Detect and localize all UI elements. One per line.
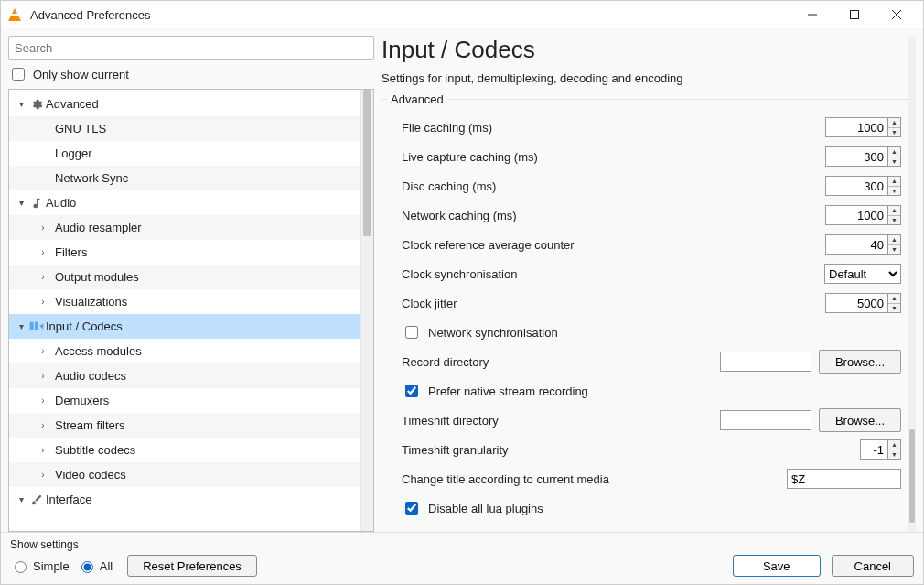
page-description: Settings for input, demultiplexing, deco… [381,71,908,85]
tree-item-output-modules[interactable]: ›Output modules [9,265,360,289]
svg-rect-1 [851,11,859,19]
footer: Show settings Simple All Reset Preferenc… [1,532,923,584]
simple-radio[interactable]: Simple [10,558,70,573]
live-caching-spinner[interactable]: ▲▼ [825,146,901,167]
network-sync-label: Network synchronisation [428,326,558,340]
tree-item-audio[interactable]: ▾ Audio [9,190,360,215]
chevron-down-icon[interactable]: ▾ [15,198,27,208]
only-show-current-checkbox[interactable]: Only show current [8,65,374,83]
timeshift-gran-label: Timeshift granularity [402,443,853,457]
clock-jitter-spinner[interactable]: ▲▼ [825,293,901,313]
disable-lua-checkbox[interactable] [405,502,418,515]
preferences-tree[interactable]: ▾ Advanced GNU TLS Logger Network Sync ▾… [9,90,360,531]
tree-item-visualizations[interactable]: ›Visualizations [9,289,360,314]
disc-caching-label: Disc caching (ms) [402,179,818,193]
minimize-button[interactable] [791,1,833,28]
tree-item-stream-filters[interactable]: ›Stream filters [9,413,360,438]
chevron-right-icon[interactable]: › [37,371,49,381]
title-bar: Advanced Preferences [1,1,923,28]
clock-ref-label: Clock reference average counter [402,238,818,252]
tree-item-input-codecs[interactable]: ▾ Input / Codecs [9,314,360,339]
network-sync-checkbox[interactable] [405,326,418,339]
chevron-down-icon[interactable]: ▾ [15,494,27,504]
tree-scrollbar[interactable] [360,90,373,531]
svg-rect-4 [30,321,34,330]
panel-scrollbar[interactable] [908,36,916,532]
chevron-right-icon[interactable]: › [37,222,49,233]
disable-lua-label: Disable all lua plugins [428,502,543,515]
chevron-down-icon[interactable]: ▾ [15,99,27,109]
tree-item-advanced[interactable]: ▾ Advanced [9,92,360,116]
gear-icon [27,98,46,111]
record-dir-label: Record directory [402,355,713,369]
tree-item-video-codecs[interactable]: ›Video codecs [9,462,360,487]
maximize-button[interactable] [833,1,876,28]
app-icon [6,6,23,23]
reset-preferences-button[interactable]: Reset Preferences [127,555,257,577]
record-dir-browse-button[interactable]: Browse... [819,350,901,374]
change-title-label: Change title according to current media [402,472,779,486]
save-button[interactable]: Save [733,555,821,577]
timeshift-dir-browse-button[interactable]: Browse... [819,408,901,432]
tree-item-audio-codecs[interactable]: ›Audio codecs [9,363,360,388]
tree-item-audio-resampler[interactable]: ›Audio resampler [9,215,360,240]
page-title: Input / Codecs [381,36,908,64]
only-show-current-label: Only show current [33,68,129,81]
timeshift-dir-label: Timeshift directory [402,414,713,428]
tree-item-access-modules[interactable]: ›Access modules [9,339,360,363]
prefer-native-checkbox[interactable] [405,385,418,397]
brush-icon [27,493,46,506]
group-title-advanced: Advanced [381,92,908,106]
disc-caching-spinner[interactable]: ▲▼ [825,176,901,196]
clock-sync-combo[interactable]: Default [824,264,901,284]
chevron-right-icon[interactable]: › [37,445,49,455]
network-caching-spinner[interactable]: ▲▼ [825,205,901,225]
chevron-right-icon[interactable]: › [37,297,49,307]
input-codecs-icon [27,320,46,333]
file-caching-label: File caching (ms) [402,121,818,135]
all-radio[interactable]: All [77,558,113,573]
prefer-native-label: Prefer native stream recording [428,385,588,398]
tree-item-demuxers[interactable]: ›Demuxers [9,388,360,413]
show-settings-label: Show settings [10,538,257,551]
timeshift-gran-spinner[interactable]: ▲▼ [860,439,901,460]
close-button[interactable] [876,1,918,28]
music-note-icon [27,197,46,210]
chevron-right-icon[interactable]: › [37,346,49,356]
tree-item-logger[interactable]: Logger [9,141,360,166]
tree-item-filters[interactable]: ›Filters [9,240,360,265]
clock-sync-label: Clock synchronisation [402,267,817,281]
chevron-right-icon[interactable]: › [37,470,49,480]
only-show-current-box[interactable] [12,68,25,81]
chevron-right-icon[interactable]: › [37,272,49,282]
record-dir-input[interactable] [720,352,811,372]
file-caching-spinner[interactable]: ▲▼ [825,117,901,137]
chevron-right-icon[interactable]: › [37,247,49,257]
clock-jitter-label: Clock jitter [402,297,818,310]
network-caching-label: Network caching (ms) [402,209,818,222]
tree-item-gnu-tls[interactable]: GNU TLS [9,116,360,141]
cancel-button[interactable]: Cancel [832,555,914,577]
search-input[interactable] [8,36,374,60]
tree-item-subtitle-codecs[interactable]: ›Subtitle codecs [9,438,360,462]
chevron-down-icon[interactable]: ▾ [15,321,27,331]
chevron-right-icon[interactable]: › [37,395,49,406]
change-title-input[interactable] [787,469,901,489]
window-title: Advanced Preferences [30,8,791,22]
live-caching-label: Live capture caching (ms) [402,150,818,164]
svg-rect-5 [35,321,38,330]
clock-ref-spinner[interactable]: ▲▼ [825,234,901,255]
chevron-right-icon[interactable]: › [37,420,49,430]
tree-item-interface[interactable]: ▾ Interface [9,487,360,512]
tree-item-network-sync[interactable]: Network Sync [9,166,360,190]
timeshift-dir-input[interactable] [720,410,811,430]
